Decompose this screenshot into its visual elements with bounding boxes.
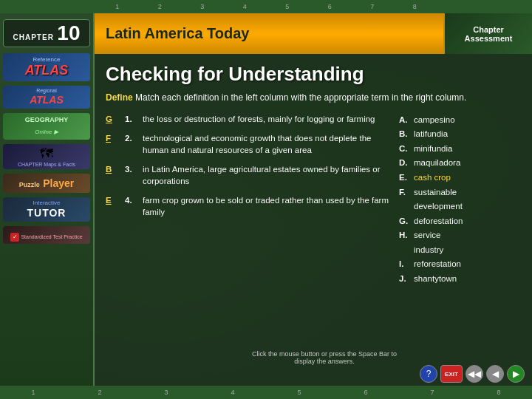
answer-item-g: G. deforestation	[399, 214, 521, 229]
question-item: B 3. in Latin America, large agricultura…	[106, 163, 392, 187]
letter-c: C.	[399, 142, 411, 157]
letter-h: H.	[399, 228, 411, 243]
page-title: Checking for Understanding	[106, 63, 521, 86]
chapter-assessment-badge: Chapter Assessment	[443, 13, 532, 54]
text-latifundia: latifundia	[414, 127, 448, 142]
letter-blank-1	[399, 200, 411, 214]
text-service: service	[414, 228, 440, 243]
define-instruction: Define Match each definition in the left…	[106, 92, 521, 104]
next-icon: ▶	[513, 369, 519, 379]
regional-label: Regional	[7, 88, 86, 93]
back-button[interactable]: ◀	[486, 365, 504, 383]
text-cash-crop: cash crop	[414, 171, 451, 185]
q-number-4: 4.	[125, 194, 138, 218]
reference-label: Reference	[7, 56, 86, 63]
answer-item-h-cont: industry	[399, 243, 521, 258]
sidebar-item-geography-online[interactable]: GEOGRAPHY Online ▶	[3, 113, 90, 140]
chapter-maps-label: CHAPTER Maps & Facts	[7, 162, 86, 167]
assess-line1: Chapter	[473, 25, 504, 34]
exit-label: EXIT	[445, 371, 458, 378]
sidebar-item-chapter-maps[interactable]: 🗺 CHAPTER Maps & Facts	[3, 144, 90, 169]
sidebar-item-puzzle-player[interactable]: Puzzle Player	[3, 174, 90, 193]
text-sustainable: sustainable	[414, 185, 457, 200]
answer-b[interactable]: B	[106, 163, 120, 187]
answer-item-c: C. minifundia	[399, 142, 521, 157]
chapter-label: CHAPTER	[13, 33, 54, 41]
letter-d: D.	[399, 156, 411, 171]
text-deforestation: deforestation	[414, 214, 463, 229]
exit-button[interactable]: EXIT	[440, 365, 463, 383]
check-icon: ✓	[10, 233, 19, 242]
top-numbers: 1 2 3 4 5 6 7 8	[0, 3, 532, 10]
answer-item-a: A. campesino	[399, 113, 521, 128]
answer-e[interactable]: E	[106, 194, 120, 218]
question-item: G 1. the loss or destruction of forests,…	[106, 113, 392, 125]
top-number-bar: 1 2 3 4 5 6 7 8	[0, 0, 532, 13]
regional-atlas-logo: ATLAS	[30, 94, 64, 106]
questions-area: G 1. the loss or destruction of forests,…	[106, 113, 521, 287]
player-label: Player	[43, 177, 74, 189]
sidebar-item-standardized-test[interactable]: ✓Standardized Test Practice	[3, 226, 90, 244]
std-line2: Test Practice	[53, 234, 83, 239]
chapter-number: 10	[57, 21, 80, 44]
text-development: development	[414, 200, 463, 214]
q-text-4: farm crop grown to be sold or traded rat…	[143, 194, 392, 218]
interactive-label: Interactive	[7, 200, 86, 206]
text-reforestation: reforestation	[414, 257, 461, 272]
text-industry: industry	[414, 243, 443, 258]
back-icon: ◀	[492, 369, 499, 379]
q-text-3: in Latin America, large agricultural est…	[143, 163, 392, 187]
sidebar-item-regional-atlas[interactable]: Regional ATLAS	[3, 86, 90, 109]
main-content: Checking for Understanding Define Match …	[95, 54, 532, 386]
maps-icon: 🗺	[40, 146, 53, 161]
header-title: Latin America Today	[106, 25, 250, 42]
question-item: F 2. technological and economic growth t…	[106, 132, 392, 156]
question-item: E 4. farm crop grown to be sold or trade…	[106, 194, 392, 218]
answer-item-e: E. cash crop	[399, 171, 521, 185]
answer-g[interactable]: G	[106, 113, 120, 125]
letter-i: I.	[399, 257, 411, 272]
bottom-controls: ? EXIT ◀◀ ◀ ▶	[420, 365, 525, 383]
answer-item-f-cont: development	[399, 200, 521, 214]
q-number-3: 3.	[125, 163, 138, 187]
answer-item-b: B. latifundia	[399, 127, 521, 142]
answer-item-i: I. reforestation	[399, 257, 521, 272]
letter-e: E.	[399, 171, 411, 185]
letter-blank-2	[399, 243, 411, 258]
text-shantytown: shantytown	[414, 272, 457, 287]
std-line1: ✓Standardized	[10, 234, 52, 239]
text-minifundia: minifundia	[414, 142, 452, 157]
puzzle-label: Puzzle	[19, 181, 40, 188]
answer-item-d: D. maquiladora	[399, 156, 521, 171]
define-text: Match each definition in the left column…	[135, 92, 466, 103]
tutor-label: TUTOR	[27, 207, 66, 219]
geography-label: GEOGRAPHY	[7, 116, 86, 123]
answer-f[interactable]: F	[106, 132, 120, 156]
header: Latin America Today Chapter Assessment	[95, 13, 532, 54]
text-maquiladora: maquiladora	[414, 156, 460, 171]
sidebar-item-reference-atlas[interactable]: Reference ATLAS	[3, 53, 90, 81]
q-text-1: the loss or destruction of forests, main…	[143, 113, 392, 125]
bottom-instruction: Click the mouse button or press the Spac…	[242, 350, 406, 365]
left-sidebar: CHAPTER 10 Reference ATLAS Regional ATLA…	[0, 13, 95, 386]
answer-item-f: F. sustainable	[399, 185, 521, 200]
letter-j: J.	[399, 272, 411, 287]
atlas-logo: ATLAS	[25, 63, 69, 78]
prev-prev-button[interactable]: ◀◀	[466, 365, 483, 383]
next-button[interactable]: ▶	[507, 365, 525, 383]
q-number-1: 1.	[125, 113, 138, 125]
q-number-2: 2.	[125, 132, 138, 156]
question-mark-icon: ?	[426, 369, 432, 379]
assess-line2: Assessment	[465, 34, 513, 43]
letter-b: B.	[399, 127, 411, 142]
letter-g: G.	[399, 214, 411, 229]
answers-column: A. campesino B. latifundia C. minifundia…	[399, 113, 521, 287]
answer-item-j: J. shantytown	[399, 272, 521, 287]
bottom-number-bar: 1 2 3 4 5 6 7 8	[0, 386, 532, 399]
sidebar-item-interactive-tutor[interactable]: Interactive TUTOR	[3, 197, 90, 222]
chapter-badge: CHAPTER 10	[3, 19, 90, 47]
letter-f: F.	[399, 185, 411, 200]
q-text-2: technological and economic growth that d…	[143, 132, 392, 156]
header-title-bar: Latin America Today	[95, 13, 443, 54]
help-button[interactable]: ?	[420, 365, 437, 383]
